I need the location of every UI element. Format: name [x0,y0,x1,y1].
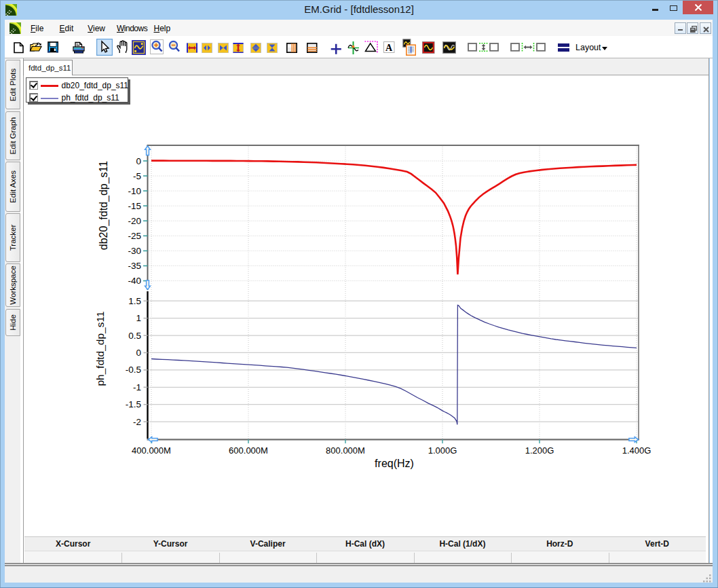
svg-text:A: A [385,43,393,53]
